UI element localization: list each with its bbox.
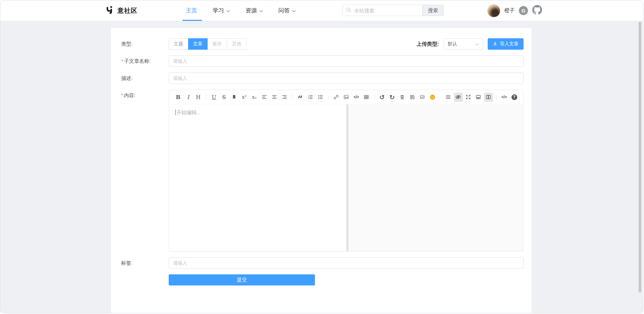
gitee-icon[interactable]: G (519, 6, 528, 15)
main-content: 类型: 主题 文章 板块 其他 上传类型: 默认 (0, 21, 643, 313)
upload-group: 上传类型: 默认 导入文章 (417, 38, 524, 50)
toolbar-divider (328, 94, 328, 100)
tags-label: 标签: (121, 257, 169, 269)
submit-button[interactable]: 提交 (169, 274, 315, 285)
help-icon[interactable]: ? (510, 93, 519, 102)
image-icon[interactable] (342, 93, 351, 102)
strikethrough-icon[interactable]: S (220, 93, 229, 102)
content-label: *内容: (121, 90, 169, 252)
tags-row: 标签: (121, 257, 524, 269)
nav-item-resources[interactable]: 资源 (246, 7, 263, 14)
superscript-icon[interactable]: x² (240, 93, 249, 102)
nav-label: 学习 (213, 7, 224, 14)
align-center-icon[interactable] (270, 93, 279, 102)
link-icon[interactable] (332, 93, 341, 102)
redo-icon[interactable]: ↻ (388, 93, 397, 102)
unordered-list-icon[interactable] (316, 93, 325, 102)
outline-icon[interactable] (444, 93, 453, 102)
description-input[interactable] (169, 73, 524, 84)
type-option-article[interactable]: 文章 (188, 38, 208, 50)
type-option-board[interactable]: 板块 (208, 38, 227, 50)
logo-text: 意社区 (117, 6, 138, 15)
toolbar-divider (206, 94, 206, 100)
toolbar-divider (292, 94, 292, 100)
tags-input[interactable] (169, 257, 524, 269)
nav-label: 资源 (246, 7, 257, 14)
nav-label: 问答 (278, 7, 290, 14)
main-nav: 主页 学习 资源 问答 (186, 0, 296, 21)
upload-type-value: 默认 (448, 41, 457, 47)
html-code-icon[interactable]: </> (500, 93, 509, 102)
fullscreen-icon[interactable] (464, 93, 473, 102)
inline-code-icon[interactable]: </> (352, 93, 361, 102)
active-tab-underline (182, 20, 202, 21)
pane-divider[interactable] (346, 104, 348, 251)
header: 意社区 主页 学习 资源 问答 (0, 0, 643, 21)
username[interactable]: 橙子 (504, 7, 515, 14)
table-icon[interactable] (362, 93, 371, 102)
heading-icon[interactable]: H (194, 93, 203, 102)
type-option-other[interactable]: 其他 (227, 38, 247, 50)
edit-mode-icon[interactable] (474, 93, 483, 102)
import-article-label: 导入文章 (500, 41, 519, 47)
underline-icon[interactable]: U (210, 93, 219, 102)
toolbar-divider (496, 94, 496, 100)
editor-body: 开始编辑... (169, 104, 523, 251)
submit-row: 提交 (121, 274, 524, 285)
bookmark-icon[interactable] (230, 93, 239, 102)
chevron-down-icon (292, 7, 296, 14)
required-mark: * (121, 92, 123, 98)
split-view-icon[interactable] (484, 93, 493, 102)
subscript-icon[interactable]: x₂ (250, 93, 259, 102)
type-row: 类型: 主题 文章 板块 其他 上传类型: 默认 (121, 38, 524, 50)
required-mark: * (121, 58, 123, 64)
markdown-editor: B I H U S x² x₂ (169, 90, 524, 252)
chevron-down-icon (226, 7, 230, 14)
ordered-list-icon[interactable]: 123 (306, 93, 315, 102)
emoji-icon[interactable] (428, 93, 437, 102)
logo[interactable]: 意社区 (106, 0, 138, 21)
trash-icon[interactable] (398, 93, 407, 102)
toolbar-divider (374, 94, 374, 100)
browser-window: 意社区 主页 学习 资源 问答 (0, 0, 643, 313)
nav-label: 主页 (186, 7, 197, 14)
download-icon (493, 41, 497, 47)
save-icon[interactable] (408, 93, 417, 102)
editor-pane[interactable]: 开始编辑... (169, 104, 346, 251)
preview-toggle-icon[interactable] (454, 93, 463, 102)
editor-toolbar: B I H U S x² x₂ (169, 90, 523, 104)
italic-icon[interactable]: I (184, 93, 193, 102)
search-bar: 搜索 (342, 5, 444, 16)
search-input-wrap (342, 5, 422, 16)
article-name-label: *子文章名称: (121, 55, 169, 67)
editor-placeholder: 开始编辑... (176, 109, 201, 115)
content-row: *内容: B I H U S x² x₂ (121, 90, 524, 252)
description-row: 描述: (121, 73, 524, 84)
github-icon[interactable] (532, 5, 542, 16)
vertical-scrollbar[interactable] (639, 22, 641, 293)
article-name-input[interactable] (169, 55, 524, 67)
avatar[interactable] (487, 4, 500, 17)
search-button[interactable]: 搜索 (422, 5, 444, 16)
nav-item-home[interactable]: 主页 (186, 7, 197, 14)
preview-pane (348, 104, 523, 251)
search-input[interactable] (354, 7, 419, 14)
export-check-icon[interactable] (418, 93, 427, 102)
nav-item-learn[interactable]: 学习 (213, 7, 230, 14)
description-label: 描述: (121, 73, 169, 84)
chevron-down-icon (259, 7, 263, 14)
undo-icon[interactable]: ↺ (378, 93, 387, 102)
import-article-button[interactable]: 导入文章 (488, 38, 524, 50)
type-segmented-control: 主题 文章 板块 其他 (169, 38, 247, 50)
user-group: 橙子 G (487, 0, 542, 21)
blockquote-icon[interactable]: “ (296, 93, 305, 102)
nav-item-qa[interactable]: 问答 (278, 7, 296, 14)
align-left-icon[interactable] (260, 93, 269, 102)
svg-text:3: 3 (308, 97, 309, 99)
type-option-topic[interactable]: 主题 (169, 38, 188, 50)
article-name-row: *子文章名称: (121, 55, 524, 67)
align-right-icon[interactable] (280, 93, 289, 102)
bold-icon[interactable]: B (174, 93, 183, 102)
upload-type-select[interactable]: 默认 (444, 38, 483, 50)
upload-type-label: 上传类型: (417, 41, 439, 48)
